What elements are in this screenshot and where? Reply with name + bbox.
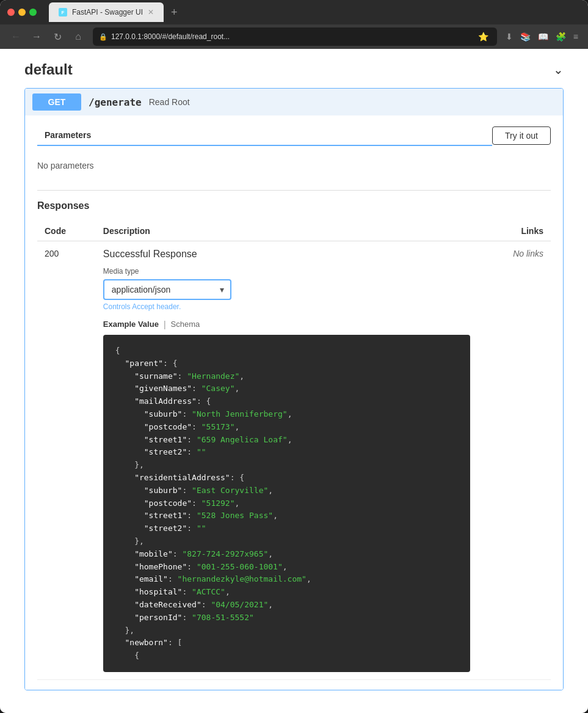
tab-close-icon[interactable]: ✕ bbox=[148, 8, 154, 16]
reader-icon[interactable]: 📖 bbox=[535, 31, 551, 43]
json-line-8: "street1": "659 Angelica Loaf", bbox=[115, 434, 458, 447]
api-header[interactable]: GET /generate Read Root bbox=[25, 89, 563, 115]
responses-title: Responses bbox=[37, 200, 551, 211]
json-line-19: "email": "hernandezkyle@hotmail.com", bbox=[115, 573, 458, 586]
new-tab-button[interactable]: + bbox=[166, 6, 183, 19]
json-line-7: "postcode": "55173", bbox=[115, 421, 458, 434]
media-type-label: Media type bbox=[103, 267, 470, 276]
json-line-22: "personId": "708-51-5552" bbox=[115, 612, 458, 624]
forward-button[interactable]: → bbox=[28, 28, 45, 45]
title-bar: F FastAPI - Swagger UI ✕ + bbox=[0, 0, 588, 24]
json-line-6: "suburb": "North Jenniferberg", bbox=[115, 408, 458, 421]
json-line-20: "hospital": "ACTCC", bbox=[115, 586, 458, 599]
nav-bar: ← → ↻ ⌂ 🔒 127.0.0.1:8000/#/default/read_… bbox=[0, 24, 588, 49]
json-line-23: }, bbox=[115, 624, 458, 637]
bookmarks-icon[interactable]: 📚 bbox=[518, 31, 533, 43]
endpoint: /generate bbox=[89, 97, 142, 108]
parameters-tabs: Parameters bbox=[37, 125, 492, 146]
active-tab[interactable]: F FastAPI - Swagger UI ✕ bbox=[49, 2, 164, 22]
close-button[interactable] bbox=[7, 9, 15, 16]
url-text: 127.0.0.1:8000/#/default/read_root... bbox=[111, 32, 472, 41]
tab-label: FastAPI - Swagger UI bbox=[72, 8, 143, 16]
page-content: default ⌄ GET /generate Read Root Parame… bbox=[0, 49, 588, 713]
nav-icons-right: ⬇ 📚 📖 🧩 ≡ bbox=[503, 31, 581, 43]
maximize-button[interactable] bbox=[29, 9, 37, 16]
api-body: Parameters Try it out No parameters Resp… bbox=[25, 115, 563, 690]
api-block: GET /generate Read Root Parameters Try i… bbox=[24, 88, 564, 690]
response-details: Successful Response Media type applicati… bbox=[96, 241, 477, 680]
minimize-button[interactable] bbox=[18, 9, 26, 16]
tab-favicon: F bbox=[59, 8, 67, 16]
controls-hint: Controls Accept header. bbox=[103, 302, 470, 311]
table-row: 200 Successful Response Media type appli… bbox=[37, 241, 551, 680]
no-links: No links bbox=[477, 241, 551, 680]
json-line-14: "street1": "528 Jones Pass", bbox=[115, 510, 458, 522]
json-line-9: "street2": "" bbox=[115, 446, 458, 459]
tab-schema[interactable]: Schema bbox=[171, 320, 200, 329]
chevron-down-icon[interactable]: ⌄ bbox=[553, 62, 564, 77]
section-header: default ⌄ bbox=[24, 61, 564, 78]
response-code: 200 bbox=[37, 241, 96, 680]
back-button[interactable]: ← bbox=[7, 28, 24, 45]
traffic-lights bbox=[7, 9, 37, 16]
bookmark-icon[interactable]: ⭐ bbox=[476, 31, 491, 43]
json-line-2: "parent": { bbox=[115, 357, 458, 370]
json-line-4: "givenNames": "Casey", bbox=[115, 382, 458, 395]
json-line-5: "mailAddress": { bbox=[115, 395, 458, 408]
col-links: Links bbox=[477, 221, 551, 241]
json-line-17: "mobile": "827-724-2927x965", bbox=[115, 548, 458, 561]
tab-bar: F FastAPI - Swagger UI ✕ + bbox=[49, 2, 581, 22]
menu-icon[interactable]: ≡ bbox=[571, 31, 581, 43]
media-type-select[interactable]: application/json bbox=[104, 280, 230, 299]
tab-divider: | bbox=[164, 320, 166, 329]
json-line-21: "dateReceived": "04/05/2021", bbox=[115, 599, 458, 612]
tab-parameters[interactable]: Parameters bbox=[37, 125, 98, 146]
json-line-12: "suburb": "East Coryville", bbox=[115, 484, 458, 497]
browser-window: F FastAPI - Swagger UI ✕ + ← → ↻ ⌂ 🔒 127… bbox=[0, 0, 588, 713]
responses-table: Code Description Links 200 Successful Re… bbox=[37, 221, 551, 680]
try-it-out-button[interactable]: Try it out bbox=[492, 126, 551, 145]
refresh-button[interactable]: ↻ bbox=[49, 28, 66, 45]
json-line-3: "surname": "Hernandez", bbox=[115, 370, 458, 383]
json-line-13: "postcode": "51292", bbox=[115, 497, 458, 510]
json-line-15: "street2": "" bbox=[115, 522, 458, 535]
json-line-1: { bbox=[115, 345, 458, 357]
responses-section: Responses Code Description Links 200 bbox=[37, 190, 551, 680]
endpoint-desc: Read Root bbox=[149, 97, 190, 107]
json-line-10: }, bbox=[115, 459, 458, 472]
response-desc-title: Successful Response bbox=[103, 249, 470, 260]
lock-icon: 🔒 bbox=[99, 33, 107, 41]
json-line-25: { bbox=[115, 649, 458, 662]
home-button[interactable]: ⌂ bbox=[70, 28, 87, 45]
json-line-18: "homePhone": "001-255-060-1001", bbox=[115, 561, 458, 574]
json-line-24: "newborn": [ bbox=[115, 637, 458, 649]
section-title: default bbox=[24, 61, 73, 78]
json-line-11: "residentialAddress": { bbox=[115, 472, 458, 484]
example-schema-tabs: Example Value | Schema bbox=[103, 318, 470, 330]
extensions-icon[interactable]: 🧩 bbox=[553, 31, 568, 43]
address-bar[interactable]: 🔒 127.0.0.1:8000/#/default/read_root... … bbox=[93, 27, 497, 46]
col-description: Description bbox=[96, 221, 477, 241]
json-code-block: { "parent": { "surname": "Hernandez", "g… bbox=[103, 335, 470, 672]
no-params-text: No parameters bbox=[37, 156, 551, 175]
method-badge: GET bbox=[32, 93, 81, 111]
download-icon[interactable]: ⬇ bbox=[503, 31, 515, 43]
col-code: Code bbox=[37, 221, 96, 241]
json-line-16: }, bbox=[115, 535, 458, 548]
media-type-select-wrapper[interactable]: application/json bbox=[103, 279, 231, 300]
tab-example-value[interactable]: Example Value bbox=[103, 318, 159, 330]
